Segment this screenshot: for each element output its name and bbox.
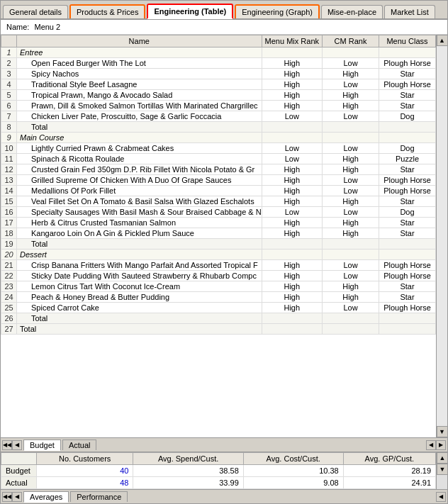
summary-scroll[interactable]: No. Customers Avg. Spend/Cust. Avg. Cost… <box>1 452 436 489</box>
row-num: 24 <box>1 292 17 303</box>
row-num: 16 <box>1 207 17 218</box>
summary-avg-cost: 10.38 <box>243 465 343 477</box>
row-num: 7 <box>1 111 17 122</box>
row-num: 18 <box>1 228 17 239</box>
row-num: 4 <box>1 79 17 90</box>
tab-products-prices[interactable]: Products & Prices <box>69 4 145 18</box>
table-row: 7Chicken Liver Pate, Proscuitto, Sage & … <box>1 111 436 122</box>
tab-general-details[interactable]: General details <box>3 5 68 18</box>
row-cmrank <box>323 250 379 260</box>
row-mmrank: High <box>262 90 322 101</box>
row-cmrank: Low <box>323 186 379 196</box>
nav-first-btn[interactable]: ◀◀ <box>2 440 12 450</box>
scrollbar-summary-right[interactable]: ▲ ▼ <box>436 452 447 489</box>
data-table: Name Menu Mix Rank CM Rank Menu Class 1E… <box>1 35 436 335</box>
table-row: 9Main Course <box>1 133 436 143</box>
row-cmrank: High <box>323 281 379 292</box>
tab-mise-en-place[interactable]: Mise-en-place <box>321 5 383 18</box>
row-num: 6 <box>1 101 17 111</box>
summary-avg-gp: 24.91 <box>343 477 435 489</box>
row-num: 27 <box>1 324 17 335</box>
row-num: 3 <box>1 69 17 79</box>
summary-avg-cost: 9.08 <box>243 477 343 489</box>
table-row: 1Entree <box>1 47 436 58</box>
nav-scroll-left-btn[interactable]: ◀ <box>426 440 436 450</box>
row-menuclass: Star <box>379 164 436 175</box>
row-num: 2 <box>1 58 17 69</box>
table-row: 16Specialty Sausages With Basil Mash & S… <box>1 207 436 218</box>
row-name: Traditional Style Beef Lasagne <box>17 79 262 90</box>
row-num: 20 <box>1 250 17 260</box>
row-mmrank: High <box>262 303 322 313</box>
row-num: 11 <box>1 154 17 164</box>
th-cmrank: CM Rank <box>323 35 379 47</box>
row-menuclass: Star <box>379 196 436 207</box>
row-cmrank: Low <box>323 260 379 271</box>
bottom-tab-budget[interactable]: Budget <box>23 439 61 451</box>
summary-row: Budget4038.5810.3828.19 <box>1 465 436 477</box>
row-name: Total <box>17 324 262 335</box>
scroll-track-v[interactable] <box>437 46 447 426</box>
scrollbar-right[interactable]: ▲ ▼ <box>436 35 447 437</box>
name-label: Name: <box>6 23 29 31</box>
nav2-first-btn[interactable]: ◀◀ <box>2 492 12 502</box>
table-row: 27Total <box>1 324 436 335</box>
row-menuclass: Plough Horse <box>379 303 436 313</box>
tab-bar: General details Products & Prices Engine… <box>1 1 447 20</box>
scroll-down-btn[interactable]: ▼ <box>437 426 448 437</box>
bottom-tab-actual[interactable]: Actual <box>62 439 97 450</box>
bottom-tab2-performance[interactable]: Performance <box>70 491 128 502</box>
summary-area: No. Customers Avg. Spend/Cust. Avg. Cost… <box>1 452 447 489</box>
row-name: Entree <box>17 47 262 58</box>
row-cmrank: High <box>323 101 379 111</box>
row-num: 19 <box>1 239 17 250</box>
nav2-prev-btn[interactable]: ◀ <box>12 492 22 502</box>
row-menuclass: Plough Horse <box>379 271 436 281</box>
th-avg-spend: Avg. Spend/Cust. <box>133 453 243 465</box>
tab-engineering-graph[interactable]: Engineering (Graph) <box>235 4 320 18</box>
row-name: Total <box>17 313 262 324</box>
table-row: 14Medallions Of Pork FilletHighLowPlough… <box>1 186 436 196</box>
row-menuclass: Star <box>379 101 436 111</box>
row-cmrank: Low <box>323 207 379 218</box>
row-name: Prawn, Dill & Smoked Salmon Tortillas Wi… <box>17 101 262 111</box>
scroll-up-btn[interactable]: ▲ <box>437 35 448 46</box>
row-mmrank: High <box>262 228 322 239</box>
table-row: 13Grilled Supreme Of Chicken With A Duo … <box>1 175 436 186</box>
summary-customers: 40 <box>37 465 133 477</box>
nav2-scroll-left-btn[interactable]: ◀ <box>436 492 446 502</box>
row-cmrank: Low <box>323 58 379 69</box>
summary-customers: 48 <box>37 477 133 489</box>
row-menuclass <box>379 324 436 335</box>
row-mmrank: Low <box>262 143 322 154</box>
scroll-summary-up-btn[interactable]: ▲ <box>437 452 447 464</box>
row-name: Main Course <box>17 133 262 143</box>
row-mmrank <box>262 324 322 335</box>
row-mmrank: High <box>262 58 322 69</box>
row-mmrank: High <box>262 186 322 196</box>
row-menuclass: Star <box>379 228 436 239</box>
scroll-summary-down-btn[interactable]: ▼ <box>437 464 447 475</box>
nav-prev-btn[interactable]: ◀ <box>12 440 22 450</box>
th-avg-cost: Avg. Cost/Cust. <box>243 453 343 465</box>
row-cmrank: Low <box>323 175 379 186</box>
tab-engineering-table[interactable]: Engineering (Table) <box>147 4 233 19</box>
row-name: Total <box>17 122 262 133</box>
table-row: 20Dessert <box>1 250 436 260</box>
table-row: 12Crusted Grain Fed 350gm D.P. Rib Fille… <box>1 164 436 175</box>
row-name: Medallions Of Pork Fillet <box>17 186 262 196</box>
row-menuclass: Star <box>379 292 436 303</box>
bottom-nav-1: ◀◀ ◀ Budget Actual ◀ ▶ <box>1 437 447 452</box>
row-menuclass: Puzzle <box>379 154 436 164</box>
row-name: Specialty Sausages With Basil Mash & Sou… <box>17 207 262 218</box>
row-num: 26 <box>1 313 17 324</box>
row-name: Total <box>17 239 262 250</box>
table-scroll[interactable]: Name Menu Mix Rank CM Rank Menu Class 1E… <box>1 35 436 437</box>
tab-market-list[interactable]: Market List <box>384 5 435 18</box>
nav-scroll-right-btn[interactable]: ▶ <box>436 440 446 450</box>
row-cmrank: High <box>323 90 379 101</box>
bottom-tab2-averages[interactable]: Averages <box>23 491 69 503</box>
row-mmrank <box>262 133 322 143</box>
row-cmrank: Low <box>323 79 379 90</box>
row-num: 22 <box>1 271 17 281</box>
